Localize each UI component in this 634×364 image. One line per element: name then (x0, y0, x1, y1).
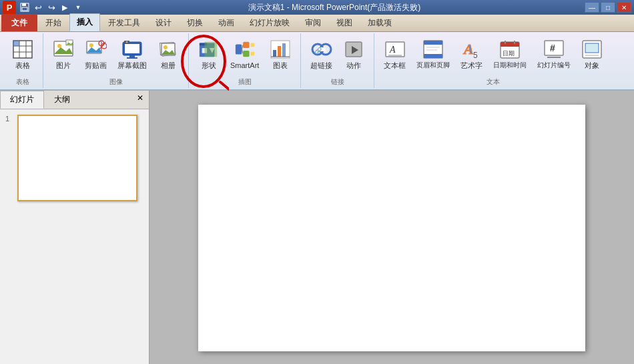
tab-design[interactable]: 设计 (148, 14, 179, 31)
wordart-button[interactable]: A A 5 艺术字 (456, 36, 487, 73)
table-label: 表格 (15, 61, 30, 70)
group-links: 🔗 超链接 动作 链接 (301, 33, 374, 88)
window-controls: — □ ✕ (585, 2, 631, 13)
header-footer-label: 页眉和页脚 (416, 61, 450, 69)
object-icon (581, 39, 603, 60)
tab-developer[interactable]: 开发工具 (101, 14, 147, 31)
svg-text:#: # (550, 43, 555, 53)
start-presentation-button[interactable]: ▶ (59, 1, 71, 13)
panel-tab-bar: 幻灯片 大纲 ✕ (0, 91, 149, 109)
group-table-label: 表格 (16, 76, 29, 87)
table-button[interactable]: 表格 (8, 36, 37, 73)
album-button[interactable]: 相册 (153, 36, 183, 73)
datetime-button[interactable]: 日期 日期和时间 (489, 36, 531, 72)
quick-access-toolbar: ↩ ↪ ▶ ▼ (19, 1, 84, 13)
svg-text:日期: 日期 (503, 50, 515, 57)
svg-rect-40 (243, 42, 249, 48)
tab-home[interactable]: 开始 (38, 14, 69, 31)
group-text-label: 文本 (487, 76, 500, 87)
group-links-items: 🔗 超链接 动作 (306, 36, 368, 76)
slide-number-label: 幻灯片编号 (537, 61, 571, 69)
group-illustration: 形状 SmartAr (189, 33, 301, 88)
svg-rect-78 (585, 43, 599, 53)
header-footer-icon (422, 39, 444, 60)
tab-animations[interactable]: 动画 (211, 14, 242, 31)
tab-view[interactable]: 视图 (329, 14, 360, 31)
picture-button[interactable]: 图片 (49, 36, 78, 73)
group-image: 图片 剪贴画 (43, 33, 189, 88)
wordart-label: 艺术字 (460, 61, 483, 70)
slide-number-icon: # (543, 39, 565, 60)
shapes-icon (198, 39, 220, 60)
tab-addins[interactable]: 加载项 (360, 14, 399, 31)
tab-slideshow[interactable]: 幻灯片放映 (242, 14, 297, 31)
svg-rect-39 (236, 44, 242, 54)
clipart-button[interactable]: 剪贴画 (81, 36, 111, 73)
svg-rect-48 (278, 46, 281, 57)
tab-file[interactable]: 文件 (1, 14, 37, 31)
shapes-button[interactable]: 形状 (194, 36, 224, 73)
clipart-label: 剪贴画 (85, 61, 107, 70)
quick-access-dropdown[interactable]: ▼ (72, 1, 84, 13)
minimize-button[interactable]: — (585, 2, 599, 13)
object-label: 对象 (585, 61, 599, 70)
panel-close-button[interactable]: ✕ (131, 91, 149, 109)
svg-rect-2 (22, 7, 27, 11)
svg-rect-25 (129, 55, 135, 57)
svg-text:A: A (462, 41, 474, 57)
svg-point-15 (67, 41, 69, 43)
picture-label: 图片 (56, 61, 71, 70)
svg-rect-61 (424, 41, 442, 45)
title-bar: P ↩ ↪ ▶ ▼ 演示文稿1 - Microsoft PowerPoint(产… (0, 0, 634, 15)
textbox-label: 文本框 (384, 61, 406, 70)
album-label: 相册 (161, 61, 176, 70)
undo-button[interactable]: ↩ (32, 1, 44, 13)
hyperlink-button[interactable]: 🔗 超链接 (306, 36, 336, 73)
svg-rect-26 (127, 57, 137, 59)
svg-line-42 (242, 45, 243, 49)
textbox-button[interactable]: A 文本框 (380, 36, 410, 73)
tab-review[interactable]: 审阅 (298, 14, 328, 31)
main-canvas[interactable] (149, 91, 634, 364)
wordart-icon: A A 5 (461, 39, 483, 60)
window-title: 演示文稿1 - Microsoft PowerPoint(产品激活失败) (84, 2, 585, 13)
app-window: P ↩ ↪ ▶ ▼ 演示文稿1 - Microsoft PowerPoint(产… (0, 0, 634, 364)
slide-editing-area[interactable] (198, 105, 585, 351)
hyperlink-label: 超链接 (310, 61, 332, 70)
close-button[interactable]: ✕ (617, 2, 631, 13)
tab-transitions[interactable]: 切换 (180, 14, 210, 31)
tab-insert[interactable]: 插入 (69, 13, 100, 31)
group-image-items: 图片 剪贴画 (49, 36, 183, 76)
svg-rect-47 (273, 50, 276, 57)
title-bar-left: P ↩ ↪ ▶ ▼ (3, 1, 84, 14)
slide-number-button[interactable]: # 幻灯片编号 (533, 36, 575, 72)
app-icon: P (3, 1, 16, 14)
svg-text:A: A (389, 45, 396, 55)
screenshot-button[interactable]: 屏幕截图 (113, 36, 151, 73)
album-icon (157, 39, 179, 60)
svg-text:🔗: 🔗 (314, 47, 322, 55)
action-icon (343, 39, 364, 60)
object-button[interactable]: 对象 (577, 36, 607, 73)
datetime-label: 日期和时间 (493, 61, 527, 69)
maximize-button[interactable]: □ (601, 2, 615, 13)
tab-slides[interactable]: 幻灯片 (0, 91, 44, 109)
svg-point-28 (126, 41, 128, 43)
main-area: 幻灯片 大纲 ✕ 1 (0, 91, 634, 364)
action-button[interactable]: 动作 (339, 36, 368, 73)
slides-panel: 幻灯片 大纲 ✕ 1 (0, 91, 149, 364)
smartart-button[interactable]: SmartArt (226, 36, 263, 73)
header-footer-button[interactable]: 页眉和页脚 (412, 36, 454, 72)
redo-button[interactable]: ↪ (45, 1, 57, 13)
svg-rect-62 (424, 54, 442, 58)
slide-thumbnail[interactable]: 1 (5, 115, 143, 201)
group-table-items: 表格 (8, 36, 37, 76)
svg-point-32 (164, 45, 168, 49)
save-button[interactable] (19, 1, 31, 13)
tab-outline[interactable]: 大纲 (44, 91, 80, 109)
chart-icon (270, 39, 291, 60)
slide-preview-image[interactable] (17, 115, 137, 201)
chart-button[interactable]: 图表 (266, 36, 295, 73)
group-table: 表格 表格 (3, 33, 43, 88)
svg-rect-45 (250, 52, 254, 56)
